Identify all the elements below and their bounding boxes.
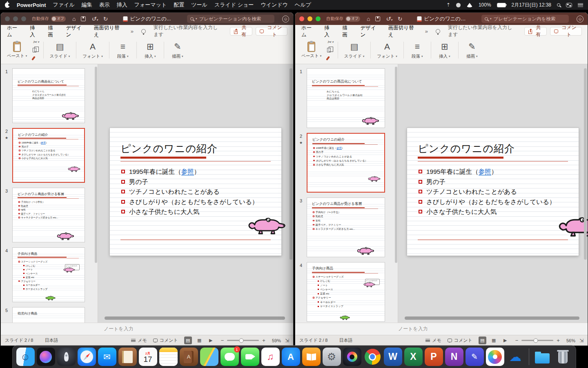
vertical-scrollbar[interactable] — [584, 68, 587, 260]
bullet-hyperlink[interactable]: 参照 — [337, 146, 342, 149]
autosave-switch[interactable]: オフ — [345, 16, 360, 22]
dock-trash-icon[interactable] — [554, 348, 572, 366]
menubar-clock[interactable]: 2月17日(日) 12:38 — [512, 2, 551, 9]
ribbon-group-2-button[interactable]: ≡段落▾ — [408, 39, 427, 61]
language-indicator[interactable]: 日本語 — [45, 337, 58, 343]
menu-extra-arrow-icon[interactable]: ⇡ — [446, 2, 450, 8]
minimize-button[interactable] — [307, 16, 312, 21]
wifi-icon[interactable] — [466, 3, 473, 7]
feedback-smiley-button[interactable]: ☺ — [577, 16, 584, 22]
slide-bullet-list[interactable]: 1995年春に誕生（参照）男の子ツチノコといわれたことがあるさびしがりや（おとも… — [120, 167, 271, 217]
dock-photos-icon[interactable] — [486, 348, 504, 366]
pink-crocodile-image[interactable] — [363, 281, 376, 287]
menubar-item-2[interactable]: 表示 — [99, 1, 110, 9]
slide-thumbnail-1[interactable]: ピンクのワニの商品化についてわにちゃんクロコダイルワールド株式会社商品企画部 — [307, 68, 385, 128]
horizontal-scrollbar[interactable] — [405, 316, 579, 320]
tabs-overflow-chevron[interactable]: » — [131, 28, 134, 34]
pink-crocodile-image[interactable] — [558, 215, 588, 238]
home-icon[interactable]: ⌂ — [367, 16, 370, 22]
slide-sorter-button[interactable]: ▦ — [490, 337, 498, 344]
pink-crocodile-image[interactable] — [57, 231, 75, 240]
close-button[interactable] — [299, 16, 304, 21]
slide-title[interactable]: ピンクのワニの紹介 — [120, 142, 271, 155]
zoom-slider[interactable] — [521, 340, 553, 341]
minimize-button[interactable] — [13, 16, 18, 21]
undo-button[interactable]: ↺▾ — [91, 16, 98, 22]
slide-bullet-list[interactable]: 1995年春に誕生（参照）男の子ツチノコといわれたことがあるさびしがりや（おとも… — [418, 167, 568, 217]
ribbon-group-0-button[interactable]: ▤スライド▾ — [48, 39, 72, 61]
undo-button[interactable]: ↺▾ — [385, 16, 392, 22]
search-input[interactable]: ▾プレゼンテーション内を検索 — [187, 15, 274, 23]
slide-thumbnail-1[interactable]: ピンクのワニの商品化についてわにちゃんクロコダイルワールド株式会社商品企画部 — [12, 68, 85, 123]
autosave-toggle[interactable]: 自動保存オフ — [326, 16, 360, 22]
dock-contacts-icon[interactable] — [118, 348, 137, 366]
zoom-button[interactable] — [21, 16, 26, 21]
redo-icon[interactable]: ↻ — [398, 16, 403, 22]
paste-button[interactable]: ペースト▾ — [5, 41, 29, 60]
zoom-level[interactable]: 59% — [269, 338, 281, 343]
dock-downloads-folder-icon[interactable] — [533, 348, 552, 366]
control-center-icon[interactable] — [566, 3, 572, 7]
fit-to-window-button[interactable]: ⇲ — [579, 338, 584, 343]
slide-thumbnail-2[interactable]: ピンクのワニの紹介1995年春に誕生（参照）男の子ツチノコといわれたことがあるさ… — [12, 128, 85, 183]
zoom-out-button[interactable]: − — [515, 337, 519, 343]
dock-word-icon[interactable]: W — [384, 348, 402, 366]
slide-sorter-button[interactable]: ▦ — [196, 337, 203, 344]
slideshow-button[interactable]: ▶ — [501, 337, 509, 344]
paste-button[interactable]: ペースト▾ — [299, 41, 323, 60]
feedback-smiley-button[interactable]: ☺ — [282, 16, 289, 22]
dock-safari-icon[interactable] — [78, 348, 96, 366]
spotlight-icon[interactable] — [557, 3, 560, 7]
dock-maps-icon[interactable] — [200, 348, 218, 366]
zoom-in-button[interactable]: + — [262, 337, 265, 343]
zoom-slider-thumb[interactable] — [533, 338, 538, 343]
dock-onenote-icon[interactable]: N — [445, 348, 463, 366]
slide-thumbnail-4[interactable]: 子供向け商品ステーショナリーグッズけしごむノートペンケース定規 etcアクセサリ… — [12, 247, 85, 302]
dock-dictionary-icon[interactable]: A — [180, 348, 198, 366]
dock-app-store-icon[interactable]: A — [282, 348, 300, 366]
share-button[interactable]: 共有 — [524, 27, 547, 36]
apple-menu-icon[interactable] — [5, 2, 10, 8]
memo-toggle-button[interactable]: メモ — [425, 337, 441, 343]
ribbon-group-1-button[interactable]: Aフォント▾ — [375, 39, 399, 61]
copy-button[interactable] — [327, 48, 334, 53]
dock-launchpad-icon[interactable] — [57, 348, 76, 366]
menubar-app-name[interactable]: PowerPoint — [17, 2, 46, 8]
share-button[interactable]: 共有 — [230, 27, 252, 36]
dock-siri-icon[interactable] — [37, 348, 55, 366]
dock-facetime-icon[interactable] — [241, 348, 259, 366]
autosave-switch[interactable]: オフ — [51, 16, 66, 22]
dock-calendar-icon[interactable]: 2月17 — [139, 348, 157, 366]
menubar-item-5[interactable]: 配置 — [174, 1, 184, 9]
notes-input[interactable]: ノートを入力 — [295, 323, 588, 335]
format-painter-button[interactable] — [327, 56, 334, 61]
slide-thumbnail-3[interactable]: ピンクのワニ商品が受ける客層子供向け（〜小学生）乳幼児女性親子ペア、ファミリーキ… — [12, 188, 85, 242]
ribbon-group-3-button[interactable]: ⊞挿入▾ — [141, 39, 160, 61]
thumbnail-scrollbar[interactable] — [95, 67, 97, 263]
slideshow-button[interactable]: ▶ — [207, 337, 215, 344]
format-painter-button[interactable] — [33, 56, 39, 61]
dock-system-preferences-icon[interactable]: ⚙ — [323, 348, 341, 366]
normal-view-button[interactable]: ▤ — [184, 337, 192, 344]
green-crocodile-image[interactable] — [340, 315, 350, 320]
slide-thumbnail-2[interactable]: ピンクのワニの紹介1995年春に誕生（参照）男の子ツチノコといわれたことがあるさ… — [307, 133, 385, 193]
slide-thumbnail-4[interactable]: 子供向け商品ステーショナリーグッズけしごむノートペンケース定規 etcアクセサリ… — [307, 262, 385, 322]
tellme-text[interactable]: 実行したい作業内容を入力します — [154, 24, 222, 38]
comments-button[interactable]: コメント — [256, 27, 287, 36]
cut-button[interactable]: ✂▾ — [327, 40, 334, 45]
home-icon[interactable]: ⌂ — [72, 16, 76, 22]
ribbon-group-4-button[interactable]: ✎描画▾ — [168, 39, 187, 61]
pink-crocodile-image[interactable] — [368, 175, 381, 182]
dock-notability-icon[interactable]: ✎ — [466, 348, 484, 366]
zoom-slider-thumb[interactable] — [239, 338, 243, 343]
comments-toggle-button[interactable]: コメント — [448, 337, 472, 343]
comments-button[interactable]: コメント — [550, 27, 582, 36]
pink-crocodile-image[interactable] — [357, 246, 375, 255]
horizontal-scrollbar[interactable] — [105, 316, 285, 320]
menubar-item-9[interactable]: ヘルプ — [295, 1, 311, 9]
dock-finder-icon[interactable]: ☺ — [16, 348, 35, 366]
slide-title[interactable]: ピンクのワニの紹介 — [418, 142, 568, 155]
ribbon-group-4-button[interactable]: ✎描画▾ — [463, 39, 481, 61]
dock-messages-icon[interactable]: 1 — [220, 348, 239, 366]
ribbon-group-3-button[interactable]: ⊞挿入▾ — [435, 39, 454, 61]
